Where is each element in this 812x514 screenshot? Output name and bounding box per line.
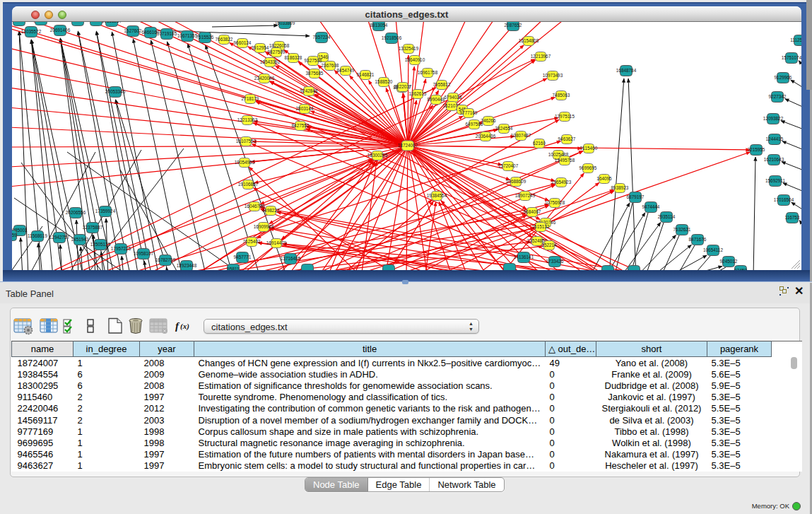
svg-text:116753: 116753: [785, 215, 800, 220]
svg-text:16543392: 16543392: [260, 59, 281, 64]
svg-text:7515526: 7515526: [196, 35, 214, 40]
svg-text:16782759: 16782759: [155, 257, 176, 262]
svg-text:164095: 164095: [596, 176, 612, 181]
svg-text:1615132: 1615132: [532, 224, 550, 229]
svg-text:1588520: 1588520: [375, 79, 393, 84]
svg-text:16961758: 16961758: [418, 70, 438, 75]
svg-text:8454749: 8454749: [337, 68, 355, 73]
svg-text:13716485: 13716485: [281, 256, 301, 261]
svg-text:8186328: 8186328: [285, 55, 302, 60]
svg-text:1873: 1873: [14, 22, 25, 23]
svg-text:62160: 62160: [533, 141, 546, 146]
svg-text:8471676: 8471676: [689, 237, 707, 242]
svg-text:12942757: 12942757: [49, 235, 70, 240]
svg-text:7625402: 7625402: [243, 239, 261, 244]
svg-text:7955812: 7955812: [433, 82, 451, 87]
svg-text:9699695: 9699695: [579, 165, 597, 170]
svg-text:f: f: [175, 320, 180, 332]
svg-text:6794028: 6794028: [445, 95, 462, 100]
svg-text:11568619: 11568619: [28, 233, 47, 238]
svg-text:1362615: 1362615: [409, 91, 427, 96]
svg-text:19106857: 19106857: [238, 182, 259, 187]
svg-text:15692911: 15692911: [765, 178, 785, 183]
svg-text:10653267: 10653267: [102, 22, 122, 23]
svg-text:4498222: 4498222: [262, 208, 280, 213]
svg-text:2367608: 2367608: [322, 63, 339, 68]
svg-text:15751074: 15751074: [782, 55, 801, 60]
svg-text:17975115: 17975115: [555, 114, 575, 119]
svg-text:9242848: 9242848: [300, 88, 318, 93]
svg-text:17957225: 17957225: [111, 246, 131, 251]
svg-text:746266: 746266: [481, 118, 496, 123]
svg-text:9146821: 9146821: [357, 72, 375, 77]
svg-text:11125419: 11125419: [790, 37, 801, 42]
svg-text:12093822: 12093822: [763, 116, 784, 121]
svg-text:19384554: 19384554: [427, 193, 447, 198]
svg-text:10973493: 10973493: [543, 73, 563, 78]
svg-text:12213967: 12213967: [531, 54, 551, 59]
svg-text:17016504: 17016504: [774, 197, 794, 202]
svg-text:9827509: 9827509: [268, 49, 286, 54]
svg-text:18300295: 18300295: [367, 153, 388, 158]
svg-text:16848784: 16848784: [616, 68, 637, 73]
svg-text:18724007: 18724007: [398, 143, 418, 148]
svg-text:20206556: 20206556: [66, 210, 86, 215]
svg-text:20691406: 20691406: [50, 28, 71, 33]
svg-text:10671355: 10671355: [177, 33, 198, 38]
svg-text:13495758: 13495758: [555, 158, 575, 163]
svg-text:1527602: 1527602: [124, 28, 142, 33]
svg-text:7485063: 7485063: [553, 93, 570, 98]
svg-text:18907249: 18907249: [515, 193, 536, 198]
svg-text:19654923: 19654923: [551, 180, 572, 185]
svg-text:10719185: 10719185: [157, 31, 177, 36]
svg-text:14136141: 14136141: [514, 255, 534, 259]
svg-text:19218506: 19218506: [382, 35, 402, 40]
svg-text:16033809: 16033809: [275, 22, 295, 25]
svg-text:32375887: 32375887: [83, 225, 103, 230]
svg-text:39159: 39159: [12, 233, 17, 238]
svg-text:10756928: 10756928: [545, 200, 565, 205]
svg-text:10654112: 10654112: [703, 247, 723, 252]
svg-text:8990448: 8990448: [428, 97, 445, 102]
svg-text:19054985: 19054985: [235, 160, 255, 165]
svg-text:9245012: 9245012: [720, 259, 738, 264]
svg-text:16154808: 16154808: [519, 38, 539, 43]
svg-text:95811: 95811: [227, 267, 240, 270]
svg-text:18640910: 18640910: [405, 57, 425, 62]
svg-text:16210643: 16210643: [764, 157, 784, 162]
svg-text:6497568: 6497568: [466, 122, 483, 127]
svg-text:16909948: 16909948: [254, 224, 274, 229]
svg-text:7663822: 7663822: [216, 37, 233, 42]
svg-text:(x): (x): [180, 322, 189, 331]
svg-text:9129966: 9129966: [775, 75, 792, 80]
svg-text:9463627: 9463627: [558, 136, 576, 141]
svg-text:9474444: 9474444: [642, 204, 660, 209]
svg-text:6879197: 6879197: [627, 194, 645, 199]
svg-text:12213363: 12213363: [237, 117, 258, 122]
svg-text:1733426: 1733426: [546, 259, 564, 264]
svg-text:9115460: 9115460: [580, 146, 598, 151]
svg-text:1244415: 1244415: [766, 136, 784, 141]
svg-text:12505135: 12505135: [90, 242, 111, 247]
svg-text:8938923: 8938923: [611, 185, 629, 190]
svg-text:16914479: 16914479: [266, 240, 287, 245]
svg-text:13325419: 13325419: [399, 46, 419, 51]
svg-text:3822037: 3822037: [394, 84, 412, 89]
svg-text:3875685: 3875685: [306, 71, 324, 76]
svg-text:19033: 19033: [90, 22, 102, 23]
svg-text:10688609: 10688609: [506, 179, 526, 184]
svg-text:20364436: 20364436: [476, 134, 496, 139]
svg-text:9327508: 9327508: [305, 58, 322, 63]
svg-text:252214: 252214: [541, 243, 557, 247]
svg-text:2718179: 2718179: [242, 96, 259, 101]
svg-text:9777169: 9777169: [460, 110, 478, 115]
svg-text:1451943: 1451943: [71, 237, 89, 242]
svg-text:10958107: 10958107: [134, 251, 154, 256]
svg-text:15720407: 15720407: [498, 163, 519, 168]
svg-text:17359924: 17359924: [95, 209, 116, 214]
svg-text:23420046: 23420046: [254, 76, 275, 81]
svg-text:3215955: 3215955: [748, 147, 765, 152]
svg-text:8427552: 8427552: [292, 123, 310, 128]
svg-text:12923448: 12923448: [177, 263, 197, 268]
svg-text:8813054: 8813054: [370, 23, 388, 28]
